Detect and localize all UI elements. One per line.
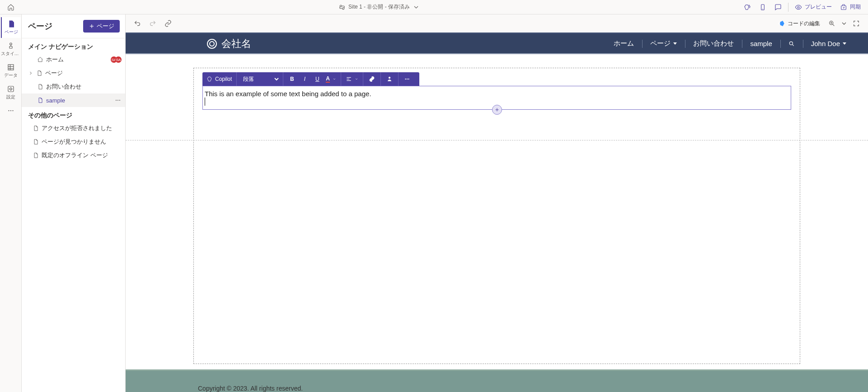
svg-line-27 (792, 44, 793, 46)
rte-more[interactable] (401, 74, 413, 84)
site-status[interactable]: Site 1 - 非公開 - 保存済み (18, 3, 740, 11)
rte-align[interactable] (344, 74, 360, 84)
main-nav-tree: ホーム SASA ページ お問い合わせ sample (22, 53, 125, 107)
svg-point-16 (12, 110, 13, 111)
left-rail: ページ スタイル... データ 設定 (0, 14, 22, 392)
page-icon (33, 152, 39, 159)
canvas-toolbar: コードの編集 (126, 14, 868, 33)
svg-rect-5 (841, 5, 846, 9)
edit-code-button[interactable]: コードの編集 (774, 17, 824, 30)
chevron-down-icon (413, 4, 420, 11)
svg-point-13 (9, 88, 12, 90)
home-icon[interactable] (4, 1, 18, 14)
editor-content: This is an example of some text being ad… (205, 90, 371, 98)
tree-item-home[interactable]: ホーム SASA (22, 53, 125, 66)
fullscreen-button[interactable] (849, 17, 863, 30)
section-main-nav: メイン ナビゲーション (22, 38, 125, 53)
svg-point-34 (408, 79, 409, 79)
svg-point-6 (9, 43, 12, 45)
tree-item-not-found[interactable]: ページが見つかりません (22, 135, 125, 149)
site-header: 会社名 ホーム ページ お問い合わせ sample John Doe (126, 33, 868, 54)
text-editor[interactable]: This is an example of some text being ad… (202, 86, 791, 110)
rte-toolbar: Copilot 段落 B I U (202, 72, 419, 86)
app-topbar: Site 1 - 非公開 - 保存済み プレビュー 同期 (0, 0, 868, 14)
rte-italic[interactable]: I (299, 74, 310, 84)
nav-search[interactable] (780, 41, 803, 47)
caret-icon (843, 42, 846, 45)
search-icon (788, 41, 795, 47)
redo-button[interactable] (145, 17, 160, 30)
site-footer: Copyright © 2023. All rights reserved. (126, 369, 868, 392)
nav-home[interactable]: ホーム (605, 39, 642, 48)
rte-personalize[interactable] (384, 74, 395, 84)
svg-point-33 (407, 79, 408, 79)
svg-point-26 (789, 42, 793, 45)
tree-item-contact[interactable]: お問い合わせ (22, 80, 125, 93)
svg-point-15 (10, 110, 11, 111)
rail-settings[interactable]: 設定 (1, 82, 21, 103)
page-icon (33, 125, 39, 131)
svg-rect-12 (8, 86, 14, 92)
caret-icon (673, 42, 677, 45)
rte-bold[interactable]: B (286, 74, 298, 84)
page-icon (37, 84, 43, 90)
svg-point-32 (405, 79, 406, 79)
content-zone[interactable]: Copilot 段落 B I U (126, 54, 868, 369)
zoom-button[interactable] (825, 17, 839, 30)
rte-color[interactable]: A (324, 74, 338, 84)
nav-pages[interactable]: ページ (642, 39, 685, 48)
tree-item-offline[interactable]: 既定のオフライン ページ (22, 149, 125, 162)
sync-button[interactable]: 同期 (836, 1, 864, 14)
pages-panel: ページ ページ メイン ナビゲーション ホーム SASA ページ (22, 14, 126, 392)
svg-point-31 (389, 77, 390, 79)
nav-user[interactable]: John Doe (803, 40, 854, 47)
panel-title: ページ (28, 21, 52, 32)
rail-styles[interactable]: スタイル... (1, 39, 21, 60)
undo-button[interactable] (130, 17, 145, 30)
section-divider (126, 140, 868, 140)
logo-icon (207, 39, 217, 49)
svg-point-14 (8, 110, 9, 111)
svg-rect-7 (9, 47, 12, 49)
section-other: その他のページ (22, 107, 125, 121)
canvas-area: コードの編集 会社名 ホーム ページ お問い合わせ (126, 14, 868, 392)
zoom-chevron[interactable] (840, 17, 848, 30)
svg-point-19 (116, 100, 117, 101)
add-page-button[interactable]: ページ (83, 20, 120, 33)
other-tree: アクセスが拒否されました ページが見つかりません 既定のオフライン ページ (22, 121, 125, 162)
tree-item-access-denied[interactable]: アクセスが拒否されました (22, 121, 125, 135)
nav-sample[interactable]: sample (742, 40, 780, 47)
rail-pages[interactable]: ページ (1, 17, 21, 38)
svg-point-20 (117, 100, 118, 101)
rte-underline[interactable]: U (311, 74, 323, 84)
feedback-icon[interactable] (771, 1, 785, 14)
link-button[interactable] (161, 17, 175, 30)
rail-more[interactable] (1, 104, 21, 117)
text-cursor (205, 98, 205, 106)
tree-item-pages[interactable]: ページ (22, 66, 125, 80)
mobile-preview-icon[interactable] (755, 1, 770, 14)
site-nav: ホーム ページ お問い合わせ sample John Doe (605, 39, 854, 48)
svg-line-23 (833, 24, 835, 26)
preview-button[interactable]: プレビュー (791, 1, 835, 14)
page-icon (36, 70, 42, 76)
rte-copilot[interactable]: Copilot (205, 74, 234, 84)
home-icon (37, 56, 43, 63)
rail-data[interactable]: データ (1, 61, 21, 81)
add-section-button[interactable] (492, 105, 502, 115)
svg-point-4 (798, 6, 799, 8)
svg-rect-8 (8, 65, 14, 70)
page-icon (33, 139, 39, 145)
svg-point-21 (119, 100, 120, 101)
rte-format-select[interactable]: 段落 (239, 74, 280, 84)
chevron-right-icon (28, 70, 33, 76)
site-brand[interactable]: 会社名 (207, 37, 251, 51)
copilot-icon[interactable] (740, 1, 755, 14)
more-icon[interactable] (114, 97, 122, 104)
tree-item-sample[interactable]: sample (22, 93, 125, 107)
page-icon (37, 97, 43, 103)
nav-contact[interactable]: お問い合わせ (685, 39, 742, 48)
rte-link[interactable] (366, 74, 378, 84)
badge-sa: SASA (111, 56, 122, 63)
